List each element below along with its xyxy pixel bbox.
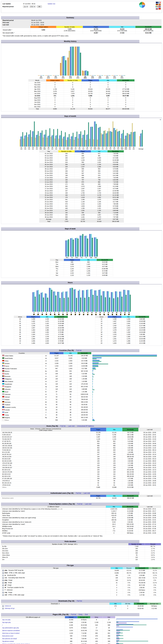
bandwidth-bar <box>92 361 101 362</box>
bar <box>99 75 101 76</box>
bar <box>57 292 58 312</box>
pages-bar <box>92 386 93 386</box>
page-url-link[interactable]: /iphone-searching-for-emails-drains-batt… <box>2 643 30 644</box>
bar <box>125 136 126 146</box>
bar <box>28 134 29 146</box>
bar <box>48 75 49 76</box>
download-link[interactable]: /robots.txt <box>5 605 11 607</box>
bar <box>123 75 124 76</box>
file-type-icon: gif <box>2 584 4 586</box>
hours-section: Hours 0123456789101112131415161718192021… <box>1 281 162 346</box>
language-flag-icon-fr[interactable] <box>158 2 161 3</box>
pages-bar <box>92 391 93 391</box>
country-flag-icon <box>2 398 4 400</box>
hosts-last-visit-link[interactable]: Last visit <box>68 425 75 427</box>
table-row: Feb 201500000 <box>29 84 135 86</box>
table-row: 10 Jun 20152029379749.41 MB <box>39 172 124 174</box>
language-flag-icon-es[interactable] <box>158 4 161 6</box>
section-title: Downloads (Top 10) <box>58 600 74 602</box>
bar <box>70 238 71 256</box>
bar <box>87 134 88 146</box>
table-row: 5.254.103.235,7045,70648.71 MB30 Jun 201… <box>1 434 161 436</box>
countries-full-list-link[interactable]: Full list <box>76 350 81 351</box>
bar <box>91 127 92 146</box>
table-row: Unknown robot (identified by 'crawl')26+… <box>1 523 161 526</box>
language-flag-icon-nl[interactable] <box>158 6 161 8</box>
bar <box>38 75 39 76</box>
bar <box>75 137 76 146</box>
table-row: Wed1,0741,0988.67 MB <box>50 266 113 268</box>
hosts-full-list-link[interactable]: Full list <box>60 425 66 427</box>
bar <box>75 47 76 76</box>
hosts-unresolved-ip-link[interactable]: Unresolved IP Address <box>77 425 94 427</box>
page-url-link[interactable]: /best-phone-ever/ <box>2 635 13 637</box>
language-flag-icon-de[interactable] <box>156 4 158 6</box>
bar <box>21 136 21 146</box>
page-url-link[interactable]: / <box>2 624 3 626</box>
month-select[interactable]: Jun <box>23 6 28 8</box>
pages-exit-link[interactable]: Exit <box>85 614 88 616</box>
page-url-link[interactable]: /wp-cron.php <box>2 619 11 620</box>
table-row: 13 Jun 20151667977996.66 MB <box>39 179 124 181</box>
ok-button[interactable]: OK <box>37 6 42 8</box>
bar <box>65 240 66 256</box>
bar <box>65 132 66 146</box>
clock-icon <box>95 314 97 315</box>
hosts-table: Hosts : 0 Known, 4,030 Unknown (unresolv… <box>1 428 161 488</box>
bar <box>84 130 85 146</box>
bar <box>49 136 49 146</box>
page-url-link[interactable]: /dont-lose-or-have-it-stolen/ <box>2 632 20 634</box>
table-row: Turkey tr3636100.95 KB <box>1 414 161 416</box>
bar <box>115 130 116 146</box>
pages-bar <box>92 416 93 417</box>
table-row: gif gif Image 40 %48.71 KB0 % <box>1 584 161 586</box>
summary-header-row: Unique visitors Number of visits Pages H… <box>2 26 161 28</box>
language-flag-icon-en[interactable] <box>156 2 158 3</box>
language-flag-icon-cn[interactable] <box>158 8 161 10</box>
table-row: Sun1,1131,1328.49 MB <box>50 274 113 276</box>
page-url-link[interactable]: /iphone-expense-unrealistic/ <box>2 630 20 631</box>
year-select[interactable]: 2015 <box>30 6 36 8</box>
table-row: 21 Jun 20151761,6181,66210.51 MB <box>39 196 124 198</box>
table-row: Mar 201500000 <box>29 86 135 88</box>
table-row: 62.4.15.1551521521.04 MB08 Jun 2015 - 12… <box>1 451 161 454</box>
hits-bar <box>92 376 93 376</box>
page-url-link[interactable]: /3g-iphone-review/ <box>2 640 14 642</box>
bar <box>57 75 58 76</box>
table-row: 16 Jun 20152051,0721,0848.13 MB <box>39 185 124 188</box>
table-row: php php Dynamic PHP Script file 19,83657… <box>1 569 161 572</box>
bar <box>93 75 94 76</box>
language-flag-icon-ru[interactable] <box>156 8 158 10</box>
download-link[interactable]: /sitemap.xml.gz <box>5 608 15 609</box>
table-row: 72.46.156.104304305.97 MB28 Jun 2015 - 0… <box>1 449 161 451</box>
downloads-full-list-link[interactable]: Full list <box>77 600 82 602</box>
bandwidth-bar <box>92 358 97 359</box>
avgsize-bar <box>116 628 116 628</box>
robots-last-visit-link[interactable]: Last visit <box>85 503 91 505</box>
pages-bar <box>92 380 93 381</box>
table-row: Others9,98010,68691.91 MB <box>1 486 161 488</box>
auth-last-visit-link[interactable]: Last visit <box>83 492 90 494</box>
page-url-link[interactable]: /wp-login.php <box>2 622 11 623</box>
page-url-link[interactable]: /two-iphones-are-dead/ <box>2 638 17 639</box>
robots-footnote: * Robots shown here gave hits or traffic… <box>2 535 161 537</box>
robots-full-list-link[interactable]: Full list <box>77 503 82 505</box>
language-flag-icon-it[interactable] <box>156 6 158 8</box>
bar <box>104 291 105 312</box>
auth-full-list-link[interactable]: Full list <box>76 492 81 494</box>
countries-table: Countries Pages Hits Bandwidth United St… <box>1 352 161 421</box>
hits-bar <box>92 378 93 379</box>
bar <box>134 132 134 146</box>
bar <box>83 135 84 146</box>
table-row: 94.153.10.2491351353.58 MB21 Jun 2015 - … <box>1 460 161 462</box>
pages-full-list-link[interactable]: Full list <box>71 614 76 616</box>
table-row: 66.102.6.213116116811.50 KB08 Jun 2015 -… <box>1 473 161 475</box>
table-row: /best-phone-ever/ 9397.70 KB478460 <box>1 634 161 637</box>
update-now-link[interactable]: Update now <box>48 3 55 4</box>
bar <box>39 294 40 312</box>
page-url-link[interactable]: /wp-admin/admin-ajax.php <box>2 627 19 628</box>
graph-options-icon[interactable]: ◆ <box>160 118 161 121</box>
bar <box>51 75 52 76</box>
pages-entry-link[interactable]: Entry <box>79 614 82 616</box>
table-row: 0s-30s7,16389.7 % <box>1 545 161 548</box>
